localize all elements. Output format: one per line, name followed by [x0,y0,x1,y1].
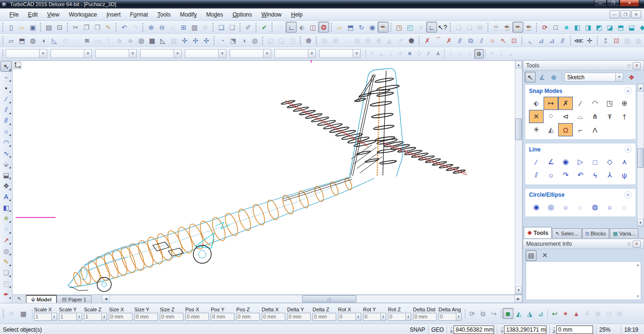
rotated-box-button[interactable]: ⬒ [17,35,27,46]
field-input[interactable] [262,313,285,321]
palette-scroll-thumb[interactable] [637,148,644,168]
sweep-button[interactable]: ⌇ [103,35,114,46]
intersect-button[interactable]: ◳ [287,35,298,46]
line-zigzag-button[interactable]: ϟ [588,168,603,182]
field-input[interactable] [363,313,381,321]
arc-button[interactable]: ◠ [0,137,12,148]
circle-concentric-button[interactable]: ◎ [544,200,558,214]
new-button[interactable]: ▯ [6,22,17,33]
snap-quadrant-button[interactable]: ◳ [603,97,617,110]
line-button[interactable]: ∕ [0,93,12,104]
field-input[interactable] [313,313,336,321]
snap-mid-button[interactable]: ‥ [377,49,386,58]
radial-array-button[interactable]: ⊕ [373,35,384,46]
zoom-previous-button[interactable]: ◌ [167,22,178,33]
insp-rotate-button[interactable]: ⟳ [467,308,478,319]
workplane-facet-button[interactable]: ⊿ [535,308,546,319]
snap-tangent-1-button[interactable]: Ŧ [603,110,617,123]
menu-edit[interactable]: Edit [23,9,42,20]
union-button[interactable]: ◱ [265,35,276,46]
line-tangent-circle-button[interactable]: ○ [544,168,558,182]
collapse-chevron-icon[interactable]: « [625,146,632,153]
scroll-right-button[interactable]: ▶ [514,295,522,303]
mdi-restore-button[interactable]: ❐ [620,10,630,18]
sheet-tab-model[interactable]: ⬙Model [26,295,57,303]
snap-6-button[interactable]: ⁖ [487,49,496,58]
menu-modes[interactable]: Modes [201,9,228,20]
mi-close-icon[interactable]: ✕ [633,241,641,248]
cut-button[interactable]: ✂ [70,22,81,33]
spinner[interactable]: ▲▼ [102,313,107,321]
sheet-2-button[interactable]: ❏ [227,22,238,33]
book-button[interactable]: ◫ [307,22,318,33]
scroll-left-button[interactable]: ◀ [102,295,110,303]
loft-button[interactable]: ▭ [92,35,103,46]
printer-2-button[interactable]: ▤ [622,35,633,46]
copy-entity-button[interactable]: ⧉ [465,35,476,46]
grid-array-button[interactable]: ⊞ [330,35,341,46]
snap-nearest-button[interactable]: ↦ [544,97,558,110]
line-dashed-button[interactable]: ⌁ [0,72,12,83]
palette-tab-tools[interactable]: ❖Tools [524,227,552,238]
red-box-button[interactable]: ⊡ [611,35,622,46]
menu-modify[interactable]: Modify [175,9,201,20]
grid-2-button[interactable]: ♯ [415,22,426,33]
combo-arrow-icon[interactable]: ▼ [39,50,47,58]
fillet-button[interactable]: ⌒ [433,35,444,46]
spinner[interactable]: ▲▼ [406,313,411,321]
scroll-up-button[interactable]: ▲ [515,61,522,68]
drawing-canvas[interactable] [13,60,515,294]
box-3d-button[interactable]: ⬙ [0,159,12,169]
double-line-button[interactable]: ⫽ [0,104,12,115]
field-input[interactable] [211,313,234,321]
x-coordinate-value[interactable]: 840,56382 mm [454,326,494,334]
ucs-icon[interactable] [14,62,21,69]
snap-toggle[interactable]: SNAP [410,326,425,333]
line-parallel-button[interactable]: ⫽ [529,168,544,182]
property-combo-4[interactable]: ▼ [140,49,182,58]
gray-shape-button[interactable]: ◰ [0,278,12,289]
circle-snap-2-button[interactable]: ◌ [455,49,465,58]
mi-list-button[interactable]: ▤ [526,250,537,261]
snap-angle-button[interactable]: Λ [588,123,603,136]
zoom-level[interactable]: 25% [599,326,618,333]
style-combo-arrow[interactable]: ▼ [615,73,623,81]
pin-icon[interactable]: ☉ [625,62,633,69]
orbit-button[interactable]: ↻ [356,22,367,33]
snap-5-button[interactable]: ⁛ [414,49,424,58]
snap-tangent-2-button[interactable]: † [617,110,632,123]
zoom-out-button[interactable]: ⊖ [157,22,167,33]
geo-toggle[interactable]: GEO [431,326,444,333]
hatch-face-button[interactable]: ▨ [168,35,179,46]
rotate-30-c-button[interactable]: ✣ [201,35,212,46]
circle-tan-2-button[interactable]: ○ [603,200,617,214]
palette-tab-varia[interactable]: ▦Varia... [610,228,638,238]
paste-button[interactable]: ❒ [92,22,103,33]
minimize-button[interactable]: — [594,0,607,7]
move-button[interactable]: ✥ [0,180,12,191]
field-input[interactable] [388,313,406,321]
field-input[interactable] [134,313,158,321]
line-irregular-button[interactable]: ▷ [573,155,587,168]
snap-vertex-button[interactable]: ✕ [529,110,544,123]
mouse-button[interactable]: ⬖ [297,22,307,33]
disc-button[interactable]: ◎ [136,35,147,46]
rotate-30-b-button[interactable]: ✣ [190,35,201,46]
view-se-button[interactable]: ◆ [637,22,644,33]
draft-render-button[interactable]: ☕ [523,22,534,33]
stack-button[interactable]: ⧉ [352,35,363,46]
text-button[interactable]: A [0,191,12,202]
snap-center-button[interactable]: ⊕ [617,97,632,110]
snap-flag-button[interactable]: ⊲ [558,110,573,123]
spinner[interactable]: ▲▼ [52,313,57,321]
trim-button[interactable]: ✗ [422,35,433,46]
brush-button[interactable]: ✎ [0,256,12,267]
circle-snap-3-button[interactable]: ◌ [465,49,474,58]
snap-star-button[interactable]: ✳ [0,213,12,224]
property-combo-2[interactable]: ▼ [50,49,92,58]
insp-redo-button[interactable]: ↪ [488,308,499,319]
snap-divide-button[interactable]: ⋔ [588,110,603,123]
prism-button[interactable]: ◇ [60,35,71,46]
property-combo-3[interactable]: ▼ [95,49,137,58]
y-coordinate[interactable]: ▫Y 1383,290171 mm [500,326,546,334]
